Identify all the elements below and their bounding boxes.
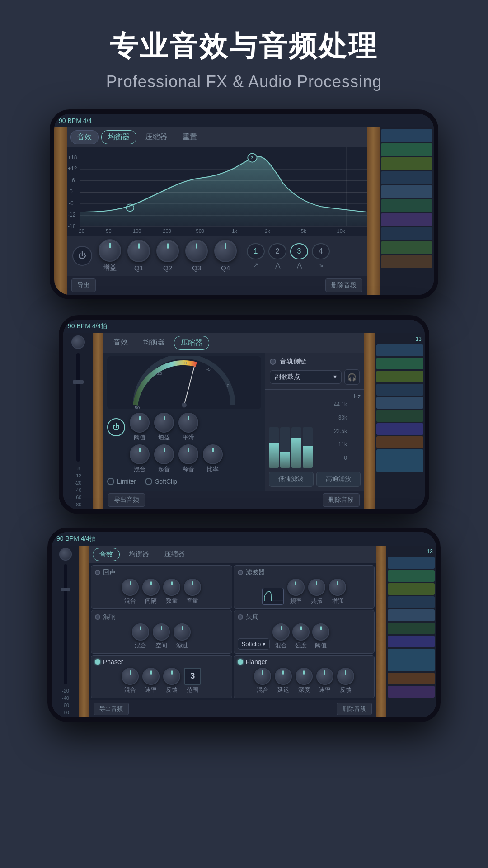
wood-panel-right [367,127,380,295]
knob-mix-comp-label: 混合 [134,465,145,473]
export-btn-1[interactable]: 导出 [71,278,96,292]
knob-phaser-feedback[interactable] [163,668,180,685]
knob-q3-label: Q3 [192,264,201,272]
tab-bar-3: 音效 均衡器 压缩器 [89,546,376,563]
knob-chorus-space-label: 空间 [155,642,167,650]
limiter-radio[interactable]: Limiter [107,478,136,485]
fx-chorus-panel: 混响 混合 空间 [91,610,232,653]
knob-q4-label: Q4 [221,264,230,272]
knob-q2-label: Q2 [163,264,172,272]
knob-phaser-mix[interactable] [122,668,139,685]
chorus-title: 混响 [103,613,116,621]
knob-reverb-count[interactable] [163,579,180,596]
lowpass-btn[interactable]: 低通滤波 [269,472,314,487]
sidechain-dropdown[interactable]: 副歌鼓点 ▾ [270,370,342,384]
knob-reverb-mix[interactable] [122,579,139,596]
knob-reverb-interval[interactable] [142,579,160,596]
knob-chorus-mix[interactable] [132,623,149,641]
knob-flanger-mix-label: 混合 [257,686,268,694]
knob-dist-mix-label: 混合 [275,642,287,650]
tab-reset-1[interactable]: 重置 [176,131,203,144]
knob-gain-comp[interactable] [154,413,174,433]
power-btn-comp[interactable]: ⏻ [107,418,125,436]
band-btn-2[interactable]: 2 [268,243,286,259]
knob-q4-group: Q4 [214,240,237,272]
knob-smooth-label: 平滑 [183,434,194,442]
tab-comp-2[interactable]: 压缩器 [174,336,209,350]
fx-phaser-panel: Phaser 混合 速率 [91,655,232,698]
svg-text:3: 3 [251,155,253,160]
delete-btn-1[interactable]: 删除音段 [325,278,362,292]
knob-flanger-depth-label: 深度 [298,686,310,694]
knob-chorus-filter[interactable] [174,623,191,641]
knob-chorus-filter-label: 滤过 [176,642,188,650]
freq-visualizer: Hz 44.1k 33k 22.5k 11k 0 [265,390,364,491]
knob-ratio[interactable] [203,444,223,464]
knob-phaser-mix-label: 混合 [124,686,136,694]
knob-q1[interactable] [127,240,150,262]
knob-flanger-rate[interactable] [316,668,333,685]
status-bar: 90 BPM 4/4 [54,114,434,127]
knob-flanger-depth[interactable] [296,668,313,685]
knob-dist-intensity[interactable] [292,623,310,641]
tab-effects-2[interactable]: 音效 [107,336,134,350]
knob-chorus-space[interactable] [153,623,170,641]
knob-attack[interactable] [154,444,174,464]
knob-flanger-delay[interactable] [275,668,292,685]
tab-eq-1[interactable]: 均衡器 [101,130,136,144]
highpass-btn[interactable]: 高通滤波 [316,472,361,487]
knob-filter-gain[interactable] [329,579,346,596]
knob-q4[interactable] [214,240,237,262]
tab-eq-3[interactable]: 均衡器 [122,548,155,561]
export-btn-2[interactable]: 导出音频 [108,493,145,507]
tab-effects-1[interactable]: 音效 [70,130,99,144]
phaser-title: Phaser [103,658,123,665]
sidechain-title: 音轨侧链 [280,357,307,366]
knob-flanger-delay-label: 延迟 [277,686,289,694]
knob-flanger-mix[interactable] [254,668,271,685]
knob-gain[interactable] [99,239,121,262]
knob-flanger-rate-label: 速率 [319,686,331,694]
wood-panel-left [54,127,67,295]
knob-threshold[interactable] [130,413,150,433]
title-en: Professional FX & Audio Processing [9,72,479,91]
tab-eq-2[interactable]: 均衡器 [137,336,171,350]
power-button[interactable]: ⏻ [72,246,92,266]
band-btn-1[interactable]: 1 [247,243,265,259]
knob-filter-res[interactable] [308,579,325,596]
knob-smooth[interactable] [178,413,198,433]
knob-reverb-vol[interactable] [184,579,201,596]
knob-mix-comp[interactable] [130,444,150,464]
softclip-radio[interactable]: SoftClip [145,478,177,485]
distortion-title: 失真 [246,613,258,621]
export-btn-3[interactable]: 导出音频 [94,703,129,715]
knob-dist-threshold-label: 阈值 [315,642,327,650]
knob-q3[interactable] [185,240,208,262]
knob-phaser-rate[interactable] [142,668,160,685]
knob-filter-freq[interactable] [287,579,305,596]
tab-effects-3[interactable]: 音效 [93,548,120,561]
headphone-btn[interactable]: 🎧 [344,369,360,385]
phone-mockup-3: 90 BPM 4/4拍 -20 -40 -60 -80 [47,528,441,722]
knob-flanger-feedback[interactable] [337,668,354,685]
tab-bar-1: 音效 均衡器 压缩器 重置 [67,127,367,147]
distortion-dropdown[interactable]: Softclip ▾ [238,638,270,650]
band-btn-3[interactable]: 3 [290,243,308,259]
tab-comp-1[interactable]: 压缩器 [139,131,174,144]
knob-gain-group: 增益 [99,239,121,272]
knob-dist-threshold[interactable] [312,623,329,641]
knob-dist-mix[interactable] [272,623,290,641]
knob-q2[interactable] [156,240,179,262]
delete-btn-2[interactable]: 删除音段 [323,493,360,507]
bottom-bar-1: 导出 删除音段 [67,276,367,295]
sidechain-toggle[interactable] [270,359,276,365]
knob-q1-group: Q1 [127,240,150,272]
sidechain-panel: 音轨侧链 副歌鼓点 ▾ 🎧 [265,353,364,390]
delete-btn-3[interactable]: 删除音段 [337,703,372,715]
bpm-display: 90 BPM 4/4 [59,117,92,124]
bpm-display-2: 90 BPM 4/4拍 [68,322,107,330]
tab-comp-3[interactable]: 压缩器 [158,548,191,561]
flanger-title: Flanger [246,658,267,665]
band-btn-4[interactable]: 4 [312,243,330,259]
knob-release[interactable] [178,444,198,464]
